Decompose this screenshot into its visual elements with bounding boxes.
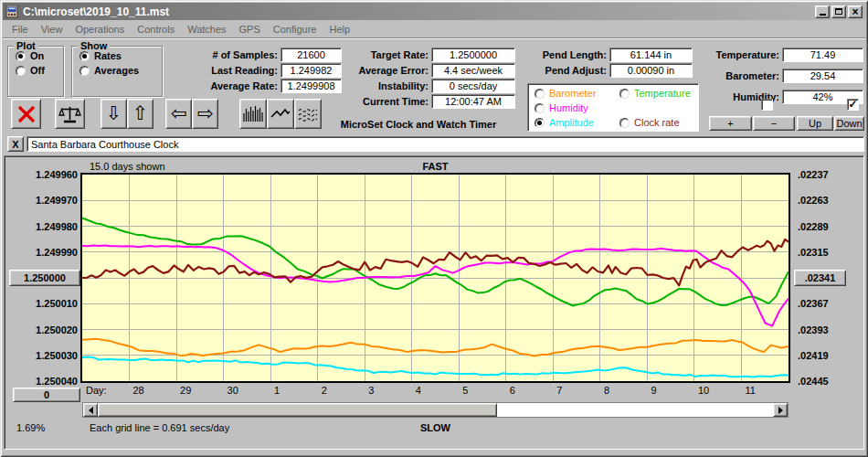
radio-icon [619,118,630,128]
pendulum-fields: Pend Length:61.144 inPend Adjust:0.00090… [517,47,693,78]
rate-fields: Target Rate:1.2500000Average Error:4.4 s… [320,47,515,109]
series-radio-amplitude[interactable]: Amplitude [535,117,594,128]
balance-scale-icon [58,103,81,125]
day-label-11: 11 [746,385,756,396]
clear-filename-button[interactable]: X [7,136,24,152]
field-row-last-reading: Last Reading:1.249982 [163,62,342,78]
right-tick-0.02315: .02315 [798,247,829,258]
delete-button[interactable] [11,99,41,129]
series-radio-temperature[interactable]: Temperature [619,88,691,99]
field-label: # of Samples: [163,49,278,60]
left-tick-1.250000[interactable]: 1.250000 [9,270,80,286]
smooth-view-button[interactable] [294,99,322,129]
right-tick-0.02393: .02393 [798,324,829,335]
shift-down-button[interactable]: ⇩ [101,99,127,129]
field-value-instability[interactable]: 0 secs/day [431,79,515,93]
radio-icon [79,51,90,61]
menu-controls[interactable]: Controls [137,24,175,35]
up-button[interactable]: Up [797,116,833,131]
field-value-barometer[interactable]: 29.54 [782,69,863,83]
chart-canvas [82,175,789,381]
right-tick-0.02341[interactable]: .02341 [794,270,846,286]
plot-group: Plot OnOff [7,46,64,97]
minimize-button[interactable] [815,5,830,18]
field-row-pend-length: Pend Length:61.144 in [517,47,693,62]
zero-button[interactable]: 0 [13,388,80,402]
plot-group-legend: Plot [14,40,38,51]
description-field[interactable]: Santa Barbara Courthouse Clock [26,136,864,152]
day-label-2: 2 [322,385,327,396]
series-radio-label: Amplitude [549,117,594,128]
histogram-view-button[interactable] [239,99,267,129]
plot-area [80,173,790,383]
wavy-lines-icon [297,103,319,125]
show-group-legend: Show [78,40,110,51]
menu-file[interactable]: File [12,24,28,35]
field-row-of-samples: # of Samples:21600 [163,47,342,62]
shift-left-button[interactable]: ⇦ [165,99,192,129]
scrollbar-thumb[interactable] [98,403,497,417]
field-label: Average Rate: [163,80,278,91]
field-value-temperature[interactable]: 71.49 [782,48,863,62]
red-x-icon [16,103,37,125]
scroll-left-button[interactable] [83,403,98,417]
radio-icon [535,103,545,113]
maximize-button[interactable] [831,5,846,18]
minus-button[interactable]: − [753,116,795,131]
line-view-button[interactable] [267,99,294,129]
maximize-icon [835,8,842,15]
menu-view[interactable]: View [41,24,63,35]
menu-bar: FileViewOperationsControlsWatchesGPSConf… [3,21,865,37]
series-radio-humidity[interactable]: Humidity [535,102,588,113]
series-radio-label: Temperature [634,88,691,99]
radio-rates[interactable]: Rates [79,50,162,61]
scroll-right-button[interactable] [773,403,788,417]
series-radio-barometer[interactable]: Barometer [535,88,596,99]
field-value-current-time[interactable]: 12:00:47 AM [431,94,515,109]
percent-label: 1.69% [16,422,45,433]
radio-icon [16,66,26,76]
field-value-target-rate[interactable]: 1.2500000 [431,48,515,62]
left-tick-1.250040: 1.250040 [0,376,78,387]
field-value-average-error[interactable]: 4.4 sec/week [431,63,515,78]
down-button[interactable]: Down [834,116,864,131]
shift-up-button[interactable]: ⇧ [127,99,153,129]
left-tick-1.249980: 1.249980 [0,221,78,232]
day-label-10: 10 [698,385,709,396]
menu-gps[interactable]: GPS [239,24,260,35]
field-value-pend-adjust[interactable]: 0.00090 in [609,63,693,78]
menu-help[interactable]: Help [330,24,351,35]
balance-button[interactable] [55,99,85,129]
series-radio-clock-rate[interactable]: Clock rate [619,117,680,128]
field-value-pend-length[interactable]: 61.144 in [609,48,693,62]
plus-button[interactable]: + [709,116,752,131]
radio-icon [79,66,90,76]
title-bar[interactable]: C:\microset\2019_10_11.mst × [3,3,865,20]
series-radio-label: Barometer [549,88,596,99]
radio-averages[interactable]: Averages [79,65,162,76]
field-row-pend-adjust: Pend Adjust:0.00090 in [517,62,693,78]
checkbox-left[interactable] [761,99,773,111]
left-triangle-icon [85,407,93,414]
menu-operations[interactable]: Operations [75,24,124,35]
radio-on[interactable]: On [16,50,63,61]
show-group: Show RatesAverages [71,46,163,97]
menu-configure[interactable]: Configure [273,24,317,35]
field-row-average-rate: Average Rate:1.2499908 [163,78,342,93]
day-label-30: 30 [228,385,238,396]
samples-fields: # of Samples:21600Last Reading:1.249982A… [163,47,342,93]
close-button[interactable]: × [848,5,863,18]
scrollbar-track[interactable] [497,403,773,417]
right-arrow-icon: ⇨ [197,104,214,123]
environment-fields: Temperature:71.49Barometer:29.54Humidity… [694,47,863,110]
shift-right-button[interactable]: ⇨ [192,99,218,129]
radio-off[interactable]: Off [16,65,63,76]
field-row-barometer: Barometer:29.54 [694,68,863,83]
radio-label: Off [30,65,45,76]
menu-watches[interactable]: Watches [187,24,226,35]
left-tick-1.250020: 1.250020 [0,324,78,335]
field-label: Current Time: [320,96,429,107]
field-label: Barometer: [694,70,779,81]
right-tick-0.02289: .02289 [798,221,829,232]
checkbox-right[interactable]: ✓ [847,99,859,111]
